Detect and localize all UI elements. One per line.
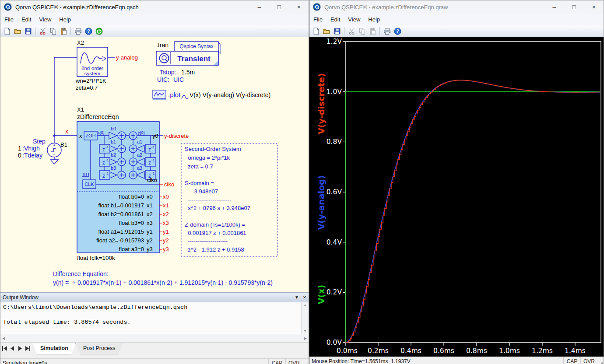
new-file-icon	[313, 28, 320, 35]
menu-edit[interactable]: Edit	[327, 14, 344, 24]
paste-button[interactable]	[368, 26, 377, 36]
scroll-left-icon[interactable]: ◀	[2, 336, 5, 340]
svg-text:0.6ms: 0.6ms	[433, 347, 454, 355]
param-decl: float b3=0	[119, 220, 144, 226]
delay-z: z	[148, 147, 151, 153]
x2-body-line1: 2nd-order	[81, 66, 103, 71]
print-button[interactable]	[382, 26, 392, 36]
console-vertical-scrollbar[interactable]: ▲ ▼	[301, 302, 309, 334]
scroll-right-icon[interactable]: ▶	[304, 336, 307, 340]
prev-tab-icon[interactable]	[10, 346, 15, 351]
cap-indicator: CAP	[563, 357, 580, 364]
param-pin: y3	[147, 246, 153, 252]
param-net: x0	[163, 193, 169, 200]
scroll-down-icon[interactable]: ▼	[303, 329, 307, 333]
open-folder-icon	[14, 28, 21, 35]
component-x1-zdifferenceeqn[interactable]: X1 zDifferenceEqn	[77, 106, 189, 261]
comment-line: -----------------------	[185, 196, 232, 203]
schematic-canvas[interactable]: X2 2nd-order system wn=2*PI*1K zeta=0.7 …	[0, 37, 309, 292]
comment-line: Second-Order System	[185, 146, 241, 152]
scroll-up-icon[interactable]: ▲	[303, 303, 307, 307]
x1-tap-y0: y[0]	[138, 130, 144, 135]
help-button[interactable]: ?	[393, 26, 402, 36]
svg-text:1.0V: 1.0V	[327, 88, 342, 96]
new-file-button[interactable]	[311, 26, 321, 36]
svg-text:1.2ms: 1.2ms	[532, 347, 553, 355]
menu-file[interactable]: File	[309, 14, 327, 24]
menu-view[interactable]: View	[344, 14, 364, 24]
trace-label-v-y-discrete[interactable]: V(y-discrete)	[316, 73, 326, 134]
menu-file[interactable]: File	[0, 14, 18, 24]
first-tab-icon[interactable]	[2, 346, 8, 351]
menubar: File Edit View Help	[0, 14, 309, 25]
window-waveform-viewer: Qorvo QSPICE® - example.zDifferenceEqn.q…	[309, 0, 604, 364]
close-button[interactable]: ×	[289, 0, 309, 14]
output-window-close-icon[interactable]: ✕	[301, 295, 309, 300]
close-button[interactable]: ×	[584, 0, 604, 14]
param-decl: float a3=0	[119, 246, 144, 252]
tran-directive[interactable]: .tran Qspice Syntax Transient Tstop: 1.5…	[156, 42, 220, 83]
minimize-button[interactable]: –	[544, 0, 564, 14]
uic-value: UIC	[173, 76, 184, 83]
run-button[interactable]	[94, 26, 104, 36]
output-window-menu-icon[interactable]: ▼	[293, 295, 301, 300]
minimize-button[interactable]: –	[249, 0, 269, 14]
open-file-button[interactable]	[13, 26, 22, 36]
save-button[interactable]	[23, 26, 33, 36]
titlebar-waveform[interactable]: Qorvo QSPICE® - example.zDifferenceEqn.q…	[309, 0, 604, 14]
print-button[interactable]	[73, 26, 83, 36]
comment-line: z^2 - 1.912 z + 0.9158	[185, 246, 244, 253]
maximize-button[interactable]: □	[564, 0, 584, 14]
menu-help[interactable]: Help	[55, 14, 75, 24]
save-icon	[25, 28, 32, 35]
copy-button[interactable]	[48, 26, 58, 36]
x2-refdes: X2	[77, 39, 84, 46]
comment-line: ---------------------	[185, 238, 228, 245]
svg-text:0.6V: 0.6V	[327, 188, 342, 196]
component-x2-2nd-order-system[interactable]: X2 2nd-order system wn=2*PI*1K zeta=0.7 …	[75, 39, 138, 91]
difference-equation-text[interactable]: y(n) = + 0.001917*x(n-1) + 0.001861*x(n-…	[53, 279, 273, 286]
comment-box[interactable]: Second-Order System omega = 2*pi*1k zeta…	[181, 144, 277, 256]
titlebar-schematic[interactable]: Qorvo QSPICE® - example.zDifferenceEqn.q…	[0, 0, 309, 14]
delay-exp: -1	[105, 158, 109, 162]
trace-label-v-y-analog[interactable]: V(y-analog)	[316, 175, 326, 230]
copy-button[interactable]	[357, 26, 367, 36]
resize-grip[interactable]	[597, 357, 604, 364]
console-output[interactable]: C:\Users\timot\Downloads\example.zDiffer…	[0, 302, 301, 334]
last-tab-icon[interactable]	[25, 346, 30, 351]
new-file-button[interactable]	[2, 26, 12, 36]
delay-z: z	[102, 160, 105, 166]
menu-view[interactable]: View	[35, 14, 55, 24]
cut-button[interactable]	[347, 26, 356, 36]
save-icon	[334, 28, 341, 35]
x1-tap-x0: x[0]	[98, 130, 104, 135]
menu-help[interactable]: Help	[364, 14, 384, 24]
component-b1-step-source[interactable]: B1 Step 1 :Vhigh 0 :Tdelay x	[18, 128, 68, 159]
maximize-button[interactable]: □	[269, 0, 289, 14]
plot-directive[interactable]: .plot V(x) V(y-analog) V(y-discrete)	[153, 90, 270, 100]
difference-equation-title[interactable]: Difference Equation:	[53, 270, 109, 277]
paste-icon	[369, 28, 376, 35]
comment-line: omega = 2*pi*1k	[185, 154, 230, 161]
gain-label-a3: a3	[137, 165, 142, 171]
tab-post-process[interactable]: Post Process	[76, 343, 123, 354]
help-button[interactable]: ?	[84, 26, 93, 36]
tab-simulation[interactable]: Simulation	[33, 343, 76, 354]
waveform-plot-area[interactable]: 1.2V 1.0V 0.8V 0.6V 0.4V 0.2V 0.0V 0.0ms…	[309, 37, 604, 357]
param-net: y2	[163, 237, 169, 244]
param-pin: x0	[147, 193, 153, 200]
console-horizontal-scrollbar[interactable]: ◀ ▶	[0, 334, 309, 342]
cut-button[interactable]	[38, 26, 47, 36]
open-file-button[interactable]	[322, 26, 331, 36]
save-button[interactable]	[332, 26, 342, 36]
comment-line: 0.001917 z + 0.001861	[185, 230, 246, 236]
next-tab-icon[interactable]	[17, 346, 23, 351]
trace-label-v-x[interactable]: V(x)	[316, 285, 326, 304]
param-pin: x3	[147, 220, 153, 226]
output-window-header[interactable]: Output Window ▼ ✕	[0, 292, 309, 302]
menu-edit[interactable]: Edit	[18, 14, 35, 24]
resize-grip[interactable]	[302, 359, 309, 364]
b1-tdelay-value: 0	[18, 152, 21, 159]
paste-button[interactable]	[59, 26, 68, 36]
cut-icon	[348, 28, 355, 35]
